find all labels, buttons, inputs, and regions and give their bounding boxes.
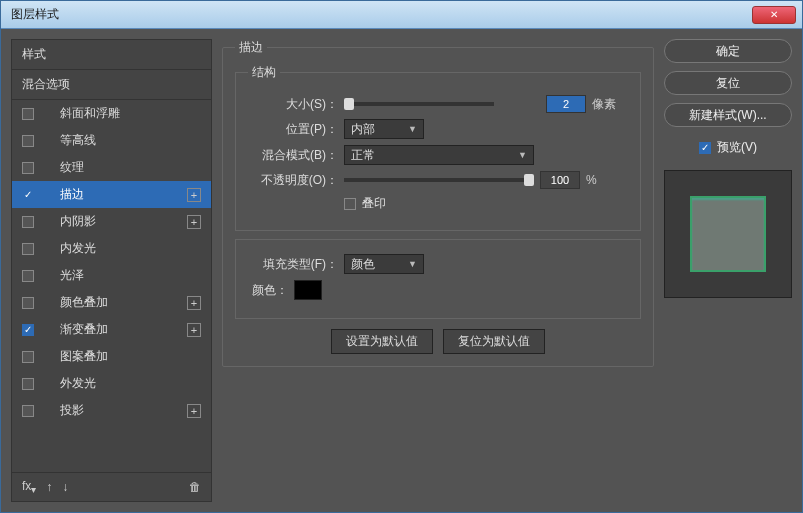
opacity-label: 不透明度(O)： <box>248 172 338 189</box>
add-effect-icon[interactable]: + <box>187 188 201 202</box>
styles-sidebar: 样式 混合选项 斜面和浮雕等高线纹理✓描边+内阴影+内发光光泽颜色叠加+✓渐变叠… <box>11 39 212 502</box>
sidebar-footer: fx▾ ↑ ↓ 🗑 <box>12 472 211 501</box>
style-checkbox[interactable]: ✓ <box>22 189 34 201</box>
style-checkbox[interactable] <box>22 270 34 282</box>
blend-mode-dropdown[interactable]: 正常▼ <box>344 145 534 165</box>
structure-title: 结构 <box>248 64 280 81</box>
fill-type-dropdown[interactable]: 颜色▼ <box>344 254 424 274</box>
add-effect-icon[interactable]: + <box>187 404 201 418</box>
window-title: 图层样式 <box>7 6 59 23</box>
sidebar-header-styles[interactable]: 样式 <box>12 40 211 69</box>
add-effect-icon[interactable]: + <box>187 323 201 337</box>
fill-group: 填充类型(F)： 颜色▼ 颜色： <box>235 239 641 319</box>
sidebar-item[interactable]: ✓描边+ <box>12 181 211 208</box>
fx-menu[interactable]: fx▾ <box>22 479 36 495</box>
style-checkbox[interactable] <box>22 108 34 120</box>
style-checkbox[interactable] <box>22 378 34 390</box>
style-checkbox[interactable] <box>22 162 34 174</box>
position-dropdown[interactable]: 内部▼ <box>344 119 424 139</box>
reset-button[interactable]: 复位 <box>664 71 792 95</box>
group-title: 描边 <box>235 39 267 56</box>
blend-mode-label: 混合模式(B)： <box>248 147 338 164</box>
style-checkbox[interactable] <box>22 243 34 255</box>
sidebar-item-label: 内阴影 <box>42 213 179 230</box>
sidebar-item[interactable]: 斜面和浮雕 <box>12 100 211 127</box>
sidebar-item[interactable]: 颜色叠加+ <box>12 289 211 316</box>
overprint-label: 叠印 <box>362 195 386 212</box>
trash-icon[interactable]: 🗑 <box>189 480 201 494</box>
close-button[interactable]: ✕ <box>752 6 796 24</box>
sidebar-item[interactable]: 外发光 <box>12 370 211 397</box>
stroke-group: 描边 结构 大小(S)： 像素 位置(P)： <box>222 39 654 367</box>
size-unit: 像素 <box>592 96 628 113</box>
sidebar-item[interactable]: ✓渐变叠加+ <box>12 316 211 343</box>
opacity-slider[interactable] <box>344 178 534 182</box>
style-checkbox[interactable] <box>22 135 34 147</box>
sidebar-item-label: 纹理 <box>42 159 201 176</box>
style-checkbox[interactable] <box>22 297 34 309</box>
sidebar-item[interactable]: 投影+ <box>12 397 211 424</box>
opacity-input[interactable] <box>540 171 580 189</box>
preview-thumbnail <box>690 196 766 272</box>
style-checkbox[interactable] <box>22 216 34 228</box>
sidebar-item-label: 等高线 <box>42 132 201 149</box>
sidebar-item[interactable]: 内阴影+ <box>12 208 211 235</box>
sidebar-item-label: 外发光 <box>42 375 201 392</box>
sidebar-item-label: 图案叠加 <box>42 348 201 365</box>
chevron-down-icon: ▼ <box>408 259 417 269</box>
structure-group: 结构 大小(S)： 像素 位置(P)： 内部▼ <box>235 64 641 231</box>
style-checkbox[interactable] <box>22 351 34 363</box>
fill-type-label: 填充类型(F)： <box>248 256 338 273</box>
sidebar-item-label: 投影 <box>42 402 179 419</box>
sidebar-item[interactable]: 图案叠加 <box>12 343 211 370</box>
sidebar-item-label: 内发光 <box>42 240 201 257</box>
position-label: 位置(P)： <box>248 121 338 138</box>
titlebar: 图层样式 ✕ <box>1 1 802 29</box>
size-label: 大小(S)： <box>248 96 338 113</box>
new-style-button[interactable]: 新建样式(W)... <box>664 103 792 127</box>
set-default-button[interactable]: 设置为默认值 <box>331 329 433 354</box>
sidebar-item-label: 描边 <box>42 186 179 203</box>
right-column: 确定 复位 新建样式(W)... ✓ 预览(V) <box>664 39 792 502</box>
main-panel: 描边 结构 大小(S)： 像素 位置(P)： <box>222 39 654 502</box>
overprint-checkbox[interactable] <box>344 198 356 210</box>
style-checkbox[interactable]: ✓ <box>22 324 34 336</box>
preview-label: 预览(V) <box>717 139 757 156</box>
sidebar-item-label: 渐变叠加 <box>42 321 179 338</box>
opacity-unit: % <box>586 173 622 187</box>
sidebar-item[interactable]: 等高线 <box>12 127 211 154</box>
reset-default-button[interactable]: 复位为默认值 <box>443 329 545 354</box>
sidebar-item[interactable]: 纹理 <box>12 154 211 181</box>
style-checkbox[interactable] <box>22 405 34 417</box>
chevron-down-icon: ▼ <box>408 124 417 134</box>
sidebar-item-label: 颜色叠加 <box>42 294 179 311</box>
add-effect-icon[interactable]: + <box>187 296 201 310</box>
chevron-down-icon: ▼ <box>518 150 527 160</box>
add-effect-icon[interactable]: + <box>187 215 201 229</box>
sidebar-item-label: 光泽 <box>42 267 201 284</box>
color-swatch[interactable] <box>294 280 322 300</box>
color-label: 颜色： <box>248 282 288 299</box>
sidebar-header-blend[interactable]: 混合选项 <box>12 70 211 99</box>
close-icon: ✕ <box>770 9 778 20</box>
preview-box <box>664 170 792 298</box>
arrow-up-icon[interactable]: ↑ <box>46 480 52 494</box>
sidebar-item[interactable]: 内发光 <box>12 235 211 262</box>
ok-button[interactable]: 确定 <box>664 39 792 63</box>
size-slider[interactable] <box>344 102 494 106</box>
sidebar-item[interactable]: 光泽 <box>12 262 211 289</box>
arrow-down-icon[interactable]: ↓ <box>62 480 68 494</box>
preview-checkbox[interactable]: ✓ <box>699 142 711 154</box>
sidebar-item-label: 斜面和浮雕 <box>42 105 201 122</box>
size-input[interactable] <box>546 95 586 113</box>
